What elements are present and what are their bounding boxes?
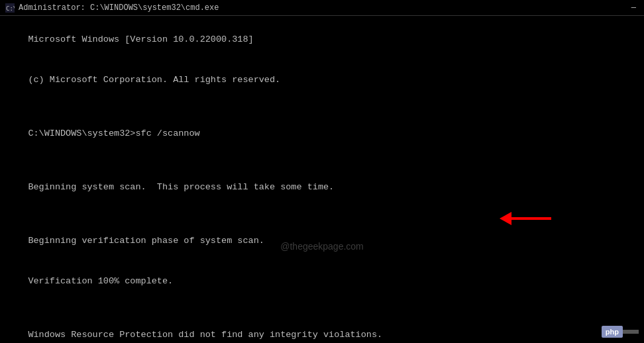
line-10 xyxy=(7,301,637,315)
line-5 xyxy=(7,154,637,168)
title-bar: C:\ Administrator: C:\WINDOWS\system32\c… xyxy=(0,0,644,16)
arrow-annotation xyxy=(500,212,551,225)
php-extra xyxy=(623,330,639,334)
php-logo: php xyxy=(602,326,623,338)
terminal-body: Microsoft Windows [Version 10.0.22000.31… xyxy=(0,16,644,343)
watermark: @thegeekpage.com xyxy=(280,241,364,252)
line-6: Beginning system scan. This process will… xyxy=(7,168,637,208)
arrow-shaft xyxy=(511,217,551,220)
line-3 xyxy=(7,101,637,114)
line-9: Verification 100% complete. xyxy=(7,262,637,302)
line-2: (c) Microsoft Corporation. All rights re… xyxy=(7,60,637,101)
title-bar-title: Administrator: C:\WINDOWS\system32\cmd.e… xyxy=(19,3,219,13)
title-bar-controls: — xyxy=(629,3,639,13)
line-4: C:\WINDOWS\system32>sfc /scannow xyxy=(7,114,637,154)
cmd-icon: C:\ xyxy=(5,3,15,13)
line-11: Windows Resource Protection did not find… xyxy=(7,315,637,344)
minimize-button[interactable]: — xyxy=(629,3,639,13)
title-bar-left: C:\ Administrator: C:\WINDOWS\system32\c… xyxy=(5,3,219,13)
arrow-head-icon xyxy=(500,212,511,225)
php-badge: php xyxy=(602,326,639,338)
svg-text:C:\: C:\ xyxy=(6,5,15,12)
line-1: Microsoft Windows [Version 10.0.22000.31… xyxy=(7,20,637,60)
